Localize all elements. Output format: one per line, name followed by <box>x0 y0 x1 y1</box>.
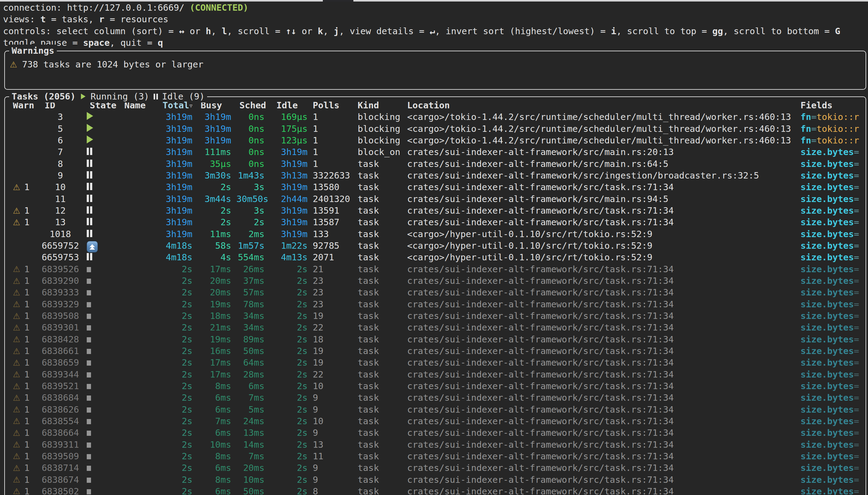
total-duration: 3h19m <box>161 229 193 239</box>
task-row[interactable]: ⚠168393292s19ms78ms2s23taskcrates/sui-in… <box>5 298 866 310</box>
task-row[interactable]: ⚠168386262s6ms5ms2s9taskcrates/sui-index… <box>5 404 866 415</box>
col-header-total-sorted[interactable]: Total▿ <box>161 100 193 110</box>
task-kind: task <box>358 182 402 192</box>
busy-duration: 6ms <box>198 428 231 438</box>
warn-count: 1 <box>24 276 29 286</box>
field-key: size.bytes <box>801 170 854 181</box>
total-duration: 2s <box>161 264 193 274</box>
field-separator: = <box>854 463 859 473</box>
field-key: size.bytes <box>801 463 854 473</box>
task-row[interactable]: ⚠168386612s16ms50ms2s19taskcrates/sui-in… <box>5 345 866 357</box>
polls-count: 1 <box>313 147 352 157</box>
task-row[interactable]: ⚠168384282s19ms89ms2s18taskcrates/sui-in… <box>5 334 866 345</box>
task-row[interactable]: ⚠168395262s17ms26ms2s21taskcrates/sui-in… <box>5 263 866 275</box>
task-row[interactable]: ⚠168386842s6ms7ms2s9taskcrates/sui-index… <box>5 392 866 404</box>
total-duration: 3h19m <box>161 194 193 204</box>
warning-triangle-icon: ⚠ <box>13 393 20 403</box>
col-header-idle[interactable]: Idle <box>270 100 307 110</box>
task-row[interactable]: 53h19m3h19m0ns175µs1blocking<cargo>/toki… <box>5 123 866 135</box>
warn-cell: ⚠1 <box>13 217 39 227</box>
task-kind: task <box>358 264 402 274</box>
task-row[interactable]: 66597534m18s4s554ms4m13s2071task<cargo>/… <box>5 252 866 263</box>
polls-count: 21 <box>313 264 352 274</box>
task-row[interactable]: 63h19m3h19m0ns123µs1blocking<cargo>/toki… <box>5 135 866 146</box>
task-row[interactable]: ⚠168393442s17ms28ms2s22taskcrates/sui-in… <box>5 369 866 380</box>
state-cell <box>87 147 124 157</box>
polls-count: 1 <box>313 112 352 122</box>
tokio-console-terminal: connection: http://127.0.0.1:6669/ (CONN… <box>0 0 868 495</box>
task-row[interactable]: ⚠168393332s20ms57ms2s23taskcrates/sui-in… <box>5 287 866 298</box>
polls-count: 10 <box>313 381 352 391</box>
busy-duration: 111ms <box>198 147 231 157</box>
task-row[interactable]: ⚠168395092s8ms7ms2s11taskcrates/sui-inde… <box>5 450 866 462</box>
task-kind: task <box>358 276 402 286</box>
busy-duration: 6ms <box>198 486 231 495</box>
task-row[interactable]: ⚠168385022s6ms50ms2s8taskcrates/sui-inde… <box>5 485 866 495</box>
warning-triangle-icon: ⚠ <box>13 416 20 426</box>
sched-duration: 26ms <box>236 264 265 274</box>
stopped-state-icon <box>87 337 91 342</box>
task-row[interactable]: 10183h19m11ms2ms3h19m133task<cargo>/hype… <box>5 228 866 240</box>
stopped-state-icon <box>87 302 91 307</box>
task-row[interactable]: ⚠1123h19m2s3s3h19m13591taskcrates/sui-in… <box>5 205 866 216</box>
col-header-polls[interactable]: Polls <box>313 100 352 110</box>
task-row[interactable]: 113h19m3m44s30m50s2h44m2401320taskcrates… <box>5 193 866 205</box>
task-row[interactable]: ⚠168395212s8ms6ms2s10taskcrates/sui-inde… <box>5 380 866 392</box>
task-row[interactable]: ⚠168393112s10ms14ms2s13taskcrates/sui-in… <box>5 439 866 450</box>
task-id: 6839509 <box>39 451 82 461</box>
col-header-fields[interactable]: Fields <box>801 100 866 110</box>
task-row[interactable]: ⚠168386592s17ms64ms2s19taskcrates/sui-in… <box>5 357 866 368</box>
field-separator: = <box>811 112 816 122</box>
task-row[interactable]: 66597524m18s58s1m57s1m22s92785task<cargo… <box>5 240 866 252</box>
warning-triangle-icon: ⚠ <box>13 288 20 297</box>
stopped-state-icon <box>87 325 91 330</box>
task-row[interactable]: ⚠168386642s6ms13ms2s9taskcrates/sui-inde… <box>5 427 866 439</box>
task-row[interactable]: ⚠168387142s6ms20ms2s9taskcrates/sui-inde… <box>5 462 866 474</box>
idle-duration: 3h19m <box>270 159 307 169</box>
task-row[interactable]: ⚠168395082s18ms34ms2s19taskcrates/sui-in… <box>5 310 866 322</box>
warnings-panel-title: Warnings <box>9 45 57 57</box>
idle-duration: 2s <box>270 463 307 473</box>
task-row[interactable]: ⚠1133h19m2s2s3h19m13587taskcrates/sui-in… <box>5 216 866 228</box>
warn-cell: ⚠1 <box>13 287 39 297</box>
task-fields: fn=tokio::r <box>801 124 866 134</box>
total-duration: 2s <box>161 475 193 485</box>
warn-cell: ⚠1 <box>13 205 39 216</box>
task-row[interactable]: ⚠168386742s8ms10ms2s9taskcrates/sui-inde… <box>5 474 866 485</box>
col-header-sched[interactable]: Sched <box>236 100 265 110</box>
total-duration: 2s <box>161 440 193 450</box>
state-cell <box>87 381 124 391</box>
col-header-location[interactable]: Location <box>407 100 801 110</box>
task-row[interactable]: ⚠168392902s20ms37ms2s23taskcrates/sui-in… <box>5 275 866 287</box>
task-row[interactable]: ⚠1103h19m2s3s3h19m13580taskcrates/sui-in… <box>5 181 866 193</box>
sched-duration: 20ms <box>236 463 265 473</box>
field-key: size.bytes <box>801 311 854 321</box>
field-separator: = <box>854 404 859 415</box>
idle-icon <box>154 94 158 100</box>
polls-count: 9 <box>313 475 352 485</box>
busy-duration: 10ms <box>198 440 231 450</box>
task-id: 6838684 <box>39 392 82 403</box>
task-kind: task <box>358 357 402 368</box>
task-row[interactable]: ⚠168393012s21ms34ms2s22taskcrates/sui-in… <box>5 322 866 333</box>
task-row[interactable]: 33h19m3h19m0ns169µs1blocking<cargo>/toki… <box>5 111 866 123</box>
busy-duration: 11ms <box>198 229 231 239</box>
total-duration: 2s <box>161 276 193 286</box>
task-row[interactable]: 73h19m111ms0ns3h19m1block_oncrates/sui-i… <box>5 146 866 158</box>
task-fields: fn=tokio::r <box>801 112 866 122</box>
task-id: 6839333 <box>39 287 82 297</box>
sched-duration: 14ms <box>236 440 265 450</box>
polls-count: 2401320 <box>313 194 352 204</box>
busy-duration: 2s <box>198 182 231 192</box>
task-location: crates/sui-indexer-alt-framework/src/tas… <box>407 357 801 368</box>
warn-cell: ⚠1 <box>13 463 39 473</box>
task-id: 6839311 <box>39 440 82 450</box>
total-duration: 4m18s <box>161 240 193 251</box>
task-row[interactable]: 83h19m35µs0ns3h19m1taskcrates/sui-indexe… <box>5 158 866 170</box>
task-row[interactable]: ⚠168385542s7ms24ms2s10taskcrates/sui-ind… <box>5 415 866 427</box>
task-location: crates/sui-indexer-alt-framework/src/tas… <box>407 369 801 380</box>
task-row[interactable]: 93h19m3m30s1m43s3h13m3322633taskcrates/s… <box>5 170 866 181</box>
busy-duration: 58s <box>198 240 231 251</box>
polls-count: 9 <box>313 404 352 415</box>
col-header-kind[interactable]: Kind <box>358 100 402 110</box>
